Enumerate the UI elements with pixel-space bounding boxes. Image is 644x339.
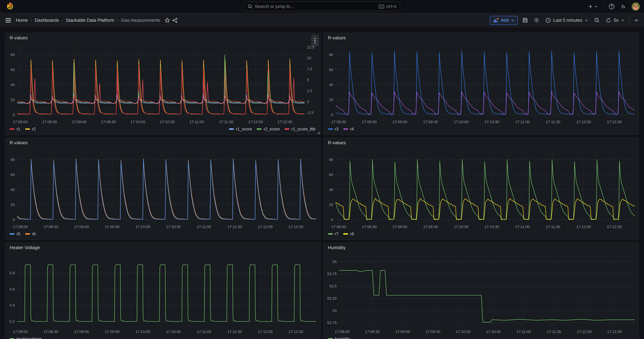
panel-resize-handle[interactable] xyxy=(317,132,320,134)
panel-legend: heatervoltage xyxy=(6,336,320,339)
plus-icon xyxy=(588,4,593,9)
svg-text:53: 53 xyxy=(332,308,336,313)
panel-header[interactable]: R-values xyxy=(324,138,638,147)
svg-text:17:09:00: 17:09:00 xyxy=(392,120,407,124)
legend-item-heatervoltage[interactable]: heatervoltage xyxy=(10,336,42,339)
panel-header[interactable]: Heater Voltage xyxy=(6,243,320,252)
collapse-toolbar-button[interactable] xyxy=(633,17,640,24)
legend-item-r1[interactable]: r1 xyxy=(10,127,20,132)
panel-title: R-values xyxy=(328,140,634,145)
legend-item-r2[interactable]: r2 xyxy=(25,127,36,132)
panel-header[interactable]: R-values xyxy=(6,33,320,42)
panel-header[interactable]: R-values xyxy=(6,138,320,147)
save-dashboard-button[interactable] xyxy=(521,16,529,24)
panel-header[interactable]: R-values xyxy=(324,33,638,42)
gridlines xyxy=(339,257,634,327)
svg-text:17:12:00: 17:12:00 xyxy=(258,224,273,229)
legend-item-r1_score_lttb[interactable]: r1_score_lttb xyxy=(284,127,316,132)
breadcrumb-separator: › xyxy=(30,18,32,22)
series-humidity xyxy=(339,270,634,322)
legend-item-r3[interactable]: r3 xyxy=(328,127,338,132)
panel-title: R-values xyxy=(328,35,634,40)
svg-text:60: 60 xyxy=(329,68,333,72)
chart-canvas[interactable]: 020406080-2.502.557.51012.517:08:0017:08… xyxy=(6,42,320,126)
legend-group-left: r7r8 xyxy=(328,232,354,236)
legend-item-r5[interactable]: r5 xyxy=(10,232,20,236)
share-button[interactable] xyxy=(171,16,179,24)
user-avatar[interactable] xyxy=(632,2,640,10)
time-range-label: Last 5 minutes xyxy=(553,18,582,23)
svg-text:0: 0 xyxy=(331,218,333,222)
panel-header[interactable]: Humidity xyxy=(324,243,638,252)
legend-item-r2_score[interactable]: r2_score xyxy=(257,127,280,132)
svg-text:17:09:30: 17:09:30 xyxy=(101,120,116,124)
y-axis-left: 020406080 xyxy=(11,158,15,222)
svg-text:17:11:00: 17:11:00 xyxy=(516,330,531,334)
svg-text:17:10:30: 17:10:30 xyxy=(166,330,181,334)
svg-text:17:08:30: 17:08:30 xyxy=(362,224,376,229)
grafana-logo[interactable] xyxy=(4,1,16,12)
svg-text:80: 80 xyxy=(329,158,333,162)
chart-canvas[interactable]: 52.755353.2553.553.755417:08:0017:08:301… xyxy=(324,252,638,336)
legend-item-r6[interactable]: r6 xyxy=(25,232,36,236)
new-menu-button[interactable] xyxy=(587,3,598,10)
svg-text:53.5: 53.5 xyxy=(329,284,336,288)
help-button[interactable] xyxy=(608,2,615,10)
gridlines xyxy=(17,150,316,222)
star-icon xyxy=(165,18,170,23)
legend-item-r8[interactable]: r8 xyxy=(343,232,354,236)
svg-text:0.6: 0.6 xyxy=(10,287,15,292)
legend-item-r1_score[interactable]: r1_score xyxy=(229,127,252,132)
refresh-picker[interactable]: 5s xyxy=(604,17,626,24)
svg-text:0.8: 0.8 xyxy=(10,271,15,275)
svg-text:17:08:30: 17:08:30 xyxy=(44,224,58,229)
favorite-button[interactable] xyxy=(164,16,171,24)
svg-text:17:09:30: 17:09:30 xyxy=(425,330,440,334)
svg-text:17:11:30: 17:11:30 xyxy=(546,224,560,229)
zoom-out-icon xyxy=(594,17,600,23)
series-r3 xyxy=(331,51,637,114)
legend-swatch xyxy=(343,128,348,130)
svg-text:17:09:30: 17:09:30 xyxy=(105,224,120,229)
svg-text:17:12:30: 17:12:30 xyxy=(607,120,622,124)
breadcrumb-dashboards[interactable]: Dashboards xyxy=(35,18,59,23)
legend-swatch xyxy=(10,128,14,130)
y-axis-left: 0.20.40.60.8 xyxy=(10,271,15,324)
legend-item-r7[interactable]: r7 xyxy=(328,232,338,236)
page-toolbar: Home › Dashboards › Stackable Data Platf… xyxy=(0,13,644,27)
svg-text:0.2: 0.2 xyxy=(10,319,15,324)
search-input[interactable]: Search or jump to... ctrl+k xyxy=(244,2,400,11)
panel-legend: r5r6 xyxy=(6,230,320,240)
time-range-picker[interactable]: Last 5 minutes xyxy=(544,17,590,24)
chart-canvas[interactable]: 02040608017:08:0017:08:3017:09:0017:09:3… xyxy=(324,147,638,230)
chart-canvas[interactable]: 0.20.40.60.817:08:0017:08:3017:09:0017:0… xyxy=(6,252,320,336)
breadcrumb-folder[interactable]: Stackable Data Platform xyxy=(66,18,114,23)
legend-item-r4[interactable]: r4 xyxy=(343,127,354,132)
legend-swatch xyxy=(10,338,14,339)
breadcrumb-dashboard-title[interactable]: Gas measurements xyxy=(121,18,160,23)
zoom-out-time-button[interactable] xyxy=(593,16,601,24)
chart-svg: 020406080-2.502.557.51012.517:08:0017:08… xyxy=(6,42,320,126)
y-axis-left: 020406080 xyxy=(329,158,333,222)
chart-canvas[interactable]: 02040608017:08:0017:08:3017:09:0017:09:3… xyxy=(6,147,320,230)
svg-text:20: 20 xyxy=(329,202,333,207)
svg-text:17:10:30: 17:10:30 xyxy=(160,120,175,124)
legend-item-humidity[interactable]: humidity xyxy=(328,336,350,339)
svg-text:17:11:00: 17:11:00 xyxy=(197,330,211,334)
divider xyxy=(629,16,630,24)
news-button[interactable] xyxy=(620,3,627,10)
breadcrumb-separator: › xyxy=(117,18,118,22)
breadcrumb-home[interactable]: Home xyxy=(16,18,28,23)
menu-toggle-button[interactable] xyxy=(4,16,13,24)
gridlines xyxy=(336,150,634,222)
legend-label: r1_score xyxy=(236,127,252,132)
legend-group-left: heatervoltage xyxy=(10,336,42,339)
series-group xyxy=(339,270,634,322)
chart-canvas[interactable]: 02040608017:08:0017:08:3017:09:0017:09:3… xyxy=(324,42,638,126)
legend-swatch xyxy=(229,128,234,130)
dashboard-settings-button[interactable] xyxy=(532,16,540,24)
add-panel-button[interactable]: Add xyxy=(490,16,518,25)
top-nav-bar: Search or jump to... ctrl+k xyxy=(0,0,644,13)
dashboard-grid: R-values 020406080-2.502.557.51012.517:0… xyxy=(0,27,644,339)
svg-text:17:12:30: 17:12:30 xyxy=(607,224,622,229)
